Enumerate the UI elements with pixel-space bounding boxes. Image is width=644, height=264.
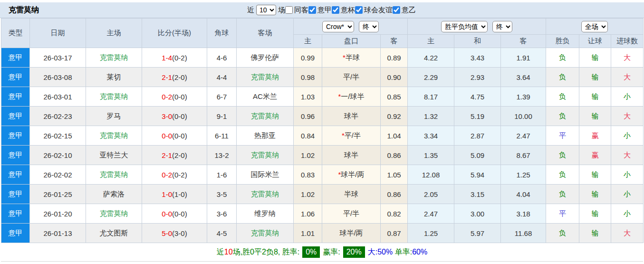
filter-checkbox-1[interactable] bbox=[308, 6, 316, 14]
filter-checkbox-3[interactable] bbox=[355, 6, 363, 14]
odds-away-cell: 0.92 bbox=[381, 107, 408, 126]
fulltime-score: 0-2 bbox=[162, 93, 172, 101]
halftime-score: (1-0) bbox=[172, 190, 187, 198]
score-cell: 0-0(0-0) bbox=[142, 126, 207, 146]
col-header-away: 客场 bbox=[237, 19, 294, 48]
avg-home-cell: 2.05 bbox=[408, 185, 454, 204]
handicap-cell: *一/球半 bbox=[322, 87, 381, 107]
recent-count-select[interactable]: 10 bbox=[256, 5, 276, 15]
star-marker: * bbox=[338, 92, 341, 100]
avg-away-cell: 1.91 bbox=[501, 48, 546, 68]
avg-away-cell: 11.68 bbox=[501, 224, 546, 243]
home-team-cell: 莱切 bbox=[86, 68, 142, 87]
fulltime-score: 0-2 bbox=[162, 171, 172, 179]
fulltime-score: 0-0 bbox=[162, 210, 172, 218]
odds-away-cell: 0.87 bbox=[381, 224, 408, 243]
away-team-cell: 热那亚 bbox=[237, 126, 294, 146]
filter-checkbox-2[interactable] bbox=[332, 6, 339, 14]
odds-company-select[interactable]: Crow* bbox=[322, 21, 354, 32]
odds-section-header: Crow* 终 bbox=[294, 19, 408, 35]
col-header-handicap: 盘口 bbox=[322, 35, 381, 48]
avg-draw-cell: 3.00 bbox=[454, 204, 501, 224]
home-team-cell: 克雷莫纳 bbox=[86, 204, 142, 224]
fulltime-score: 2-1 bbox=[162, 151, 172, 159]
col-header-goals: 进球数 bbox=[611, 35, 644, 48]
away-team-cell: 克雷莫纳 bbox=[237, 107, 294, 126]
handicap-cell: 平/半 bbox=[322, 204, 381, 224]
date-cell: 26-02-02 bbox=[30, 165, 86, 185]
odds-home-cell: 1.02 bbox=[294, 185, 322, 204]
result-goals-cell: 大 bbox=[611, 224, 644, 243]
odds-time-select[interactable]: 终 bbox=[359, 21, 379, 32]
home-team-cell: 罗马 bbox=[86, 107, 142, 126]
away-team-cell: AC米兰 bbox=[237, 87, 294, 107]
col-header-date: 日期 bbox=[30, 19, 86, 48]
handicap-cell: 球半/两 bbox=[322, 224, 381, 243]
result-goals-cell: 小 bbox=[611, 165, 644, 185]
away-team-cell: 国际米兰 bbox=[237, 165, 294, 185]
corners-cell: 9-1 bbox=[207, 107, 237, 126]
result-cover-cell: 输 bbox=[579, 185, 611, 204]
footer-big-label: 大: bbox=[368, 247, 377, 257]
odds-home-cell: 1.03 bbox=[294, 87, 322, 107]
match-row: 意甲26-01-13尤文图斯5-0(3-0)4-5克雷莫纳1.01球半/两0.8… bbox=[1, 224, 644, 243]
league-cell: 意甲 bbox=[1, 87, 30, 107]
footer-recent-label: 近 bbox=[217, 247, 224, 257]
date-cell: 26-03-08 bbox=[30, 68, 86, 87]
corners-cell: 6-7 bbox=[207, 87, 237, 107]
avg-home-cell: 3.34 bbox=[408, 126, 454, 146]
corners-cell: 3-6 bbox=[207, 204, 237, 224]
footer-recent-count: 10 bbox=[224, 248, 233, 256]
star-marker: * bbox=[342, 131, 345, 139]
avg-away-cell: 2.47 bbox=[501, 126, 546, 146]
match-row: 意甲26-01-20克雷莫纳0-0(0-0)3-6维罗纳1.06平/半0.822… bbox=[1, 204, 644, 224]
corners-cell: 4-5 bbox=[207, 224, 237, 243]
score-cell: 1-0(1-0) bbox=[142, 185, 207, 204]
result-cover-cell: 输 bbox=[579, 48, 611, 68]
match-row: 意甲26-02-23罗马3-0(0-0)9-1克雷莫纳0.96球半0.921.3… bbox=[1, 107, 644, 126]
avg-section-header: 胜平负均值 终 bbox=[408, 19, 546, 35]
halftime-score: (2-0) bbox=[172, 73, 187, 81]
halftime-score: (0-0) bbox=[172, 112, 187, 120]
match-row: 意甲26-03-17克雷莫纳1-4(0-2)4-6佛罗伦萨0.99*半球0.89… bbox=[1, 48, 644, 68]
games-label: 场 bbox=[278, 6, 285, 15]
home-team-cell: 克雷莫纳 bbox=[86, 126, 142, 146]
odds-away-cell: 0.85 bbox=[381, 87, 408, 107]
halftime-score: (0-0) bbox=[172, 93, 187, 101]
odds-home-cell: 0.83 bbox=[294, 165, 322, 185]
result-cover-cell: 赢 bbox=[579, 126, 611, 146]
league-cell: 意甲 bbox=[1, 204, 30, 224]
col-header-home: 主场 bbox=[86, 19, 142, 48]
away-team-cell: 维罗纳 bbox=[237, 204, 294, 224]
fulltime-score: 1-0 bbox=[162, 190, 172, 198]
col-header-avg-away: 客 bbox=[501, 35, 546, 48]
team-title: 克雷莫纳 bbox=[9, 5, 39, 15]
corners-cell: 3-5 bbox=[207, 185, 237, 204]
result-cover-cell: 输 bbox=[579, 165, 611, 185]
scope-select[interactable]: 全场 bbox=[581, 21, 608, 32]
handicap-cell: 球半 bbox=[322, 146, 381, 165]
avg-time-select[interactable]: 终 bbox=[492, 21, 512, 32]
table-body: 意甲26-03-17克雷莫纳1-4(0-2)4-6佛罗伦萨0.99*半球0.89… bbox=[1, 48, 644, 243]
filter-checkbox-0[interactable] bbox=[285, 6, 293, 14]
filter-group: 同客意甲意杯球会友谊意乙 bbox=[285, 6, 416, 15]
score-cell: 0-2(0-2) bbox=[142, 165, 207, 185]
date-cell: 26-01-20 bbox=[30, 204, 86, 224]
filter-checkbox-4[interactable] bbox=[393, 6, 400, 14]
halftime-score: (2-0) bbox=[172, 151, 187, 159]
score-cell: 0-2(0-0) bbox=[142, 87, 207, 107]
avg-draw-cell: 2.93 bbox=[454, 68, 501, 87]
avg-type-select[interactable]: 胜平负均值 bbox=[441, 21, 488, 32]
topbar: 克雷莫纳 近 10 场 同客意甲意杯球会友谊意乙 bbox=[0, 2, 644, 18]
home-team-cell: 萨索洛 bbox=[86, 185, 142, 204]
league-cell: 意甲 bbox=[1, 107, 30, 126]
avg-away-cell: 3.18 bbox=[501, 204, 546, 224]
match-row: 意甲26-03-08莱切2-1(2-0)4-4克雷莫纳0.98平/半0.902.… bbox=[1, 68, 644, 87]
result-cover-cell: 输 bbox=[579, 224, 611, 243]
avg-home-cell: 1.25 bbox=[408, 224, 454, 243]
col-header-avg-home: 主 bbox=[408, 35, 454, 48]
footer-single-label: 单率: bbox=[395, 247, 412, 257]
result-wdl-cell: 负 bbox=[546, 107, 579, 126]
fulltime-score: 2-1 bbox=[162, 73, 172, 81]
halftime-score: (0-0) bbox=[172, 210, 187, 218]
